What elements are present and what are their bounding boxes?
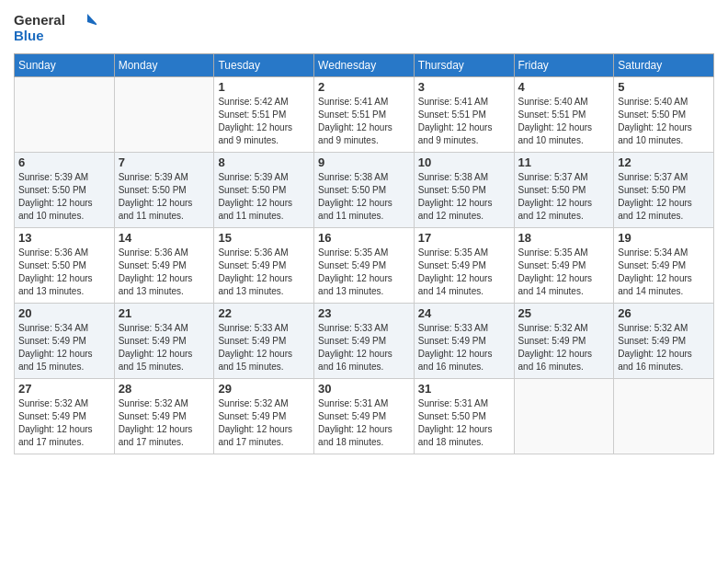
day-number: 8 xyxy=(218,155,310,169)
day-number: 18 xyxy=(518,231,610,245)
day-number: 7 xyxy=(119,155,210,169)
day-number: 6 xyxy=(18,155,110,169)
day-number: 3 xyxy=(418,80,510,94)
calendar-cell xyxy=(15,77,115,153)
calendar-cell xyxy=(114,77,214,153)
day-info: Sunrise: 5:34 AM Sunset: 5:49 PM Dayligh… xyxy=(618,247,710,298)
day-info: Sunrise: 5:33 AM Sunset: 5:49 PM Dayligh… xyxy=(218,322,310,373)
day-info: Sunrise: 5:34 AM Sunset: 5:49 PM Dayligh… xyxy=(119,322,210,373)
calendar-cell xyxy=(514,379,614,454)
svg-marker-2 xyxy=(87,14,97,26)
calendar-cell: 30Sunrise: 5:31 AM Sunset: 5:49 PM Dayli… xyxy=(314,379,415,454)
calendar-cell: 17Sunrise: 5:35 AM Sunset: 5:49 PM Dayli… xyxy=(414,228,514,304)
calendar-cell: 18Sunrise: 5:35 AM Sunset: 5:49 PM Dayli… xyxy=(514,228,614,304)
calendar-cell: 28Sunrise: 5:32 AM Sunset: 5:49 PM Dayli… xyxy=(114,379,214,454)
calendar-cell: 20Sunrise: 5:34 AM Sunset: 5:49 PM Dayli… xyxy=(15,304,115,379)
calendar-cell: 7Sunrise: 5:39 AM Sunset: 5:50 PM Daylig… xyxy=(114,153,214,228)
day-info: Sunrise: 5:40 AM Sunset: 5:51 PM Dayligh… xyxy=(518,96,610,147)
day-number: 5 xyxy=(618,80,710,94)
day-info: Sunrise: 5:32 AM Sunset: 5:49 PM Dayligh… xyxy=(618,322,710,373)
day-number: 2 xyxy=(318,80,410,94)
weekday-header: Tuesday xyxy=(214,54,314,77)
calendar-cell: 27Sunrise: 5:32 AM Sunset: 5:49 PM Dayli… xyxy=(15,379,115,454)
weekday-header: Thursday xyxy=(414,54,514,77)
day-number: 20 xyxy=(18,306,110,320)
day-number: 12 xyxy=(618,155,710,169)
day-info: Sunrise: 5:42 AM Sunset: 5:51 PM Dayligh… xyxy=(218,96,310,147)
calendar-cell: 1Sunrise: 5:42 AM Sunset: 5:51 PM Daylig… xyxy=(214,77,314,153)
day-info: Sunrise: 5:33 AM Sunset: 5:49 PM Dayligh… xyxy=(418,322,510,373)
day-info: Sunrise: 5:32 AM Sunset: 5:49 PM Dayligh… xyxy=(119,397,210,449)
calendar-cell: 21Sunrise: 5:34 AM Sunset: 5:49 PM Dayli… xyxy=(114,304,214,379)
calendar-cell: 10Sunrise: 5:38 AM Sunset: 5:50 PM Dayli… xyxy=(414,153,514,228)
day-number: 17 xyxy=(418,231,510,245)
calendar-cell: 19Sunrise: 5:34 AM Sunset: 5:49 PM Dayli… xyxy=(614,228,714,304)
day-number: 30 xyxy=(318,382,410,396)
day-number: 9 xyxy=(318,155,410,169)
calendar-week-row: 20Sunrise: 5:34 AM Sunset: 5:49 PM Dayli… xyxy=(15,304,714,379)
weekday-header: Wednesday xyxy=(314,54,415,77)
calendar-cell: 12Sunrise: 5:37 AM Sunset: 5:50 PM Dayli… xyxy=(614,153,714,228)
weekday-header: Sunday xyxy=(15,54,115,77)
svg-text:Blue: Blue xyxy=(14,28,44,43)
calendar-cell: 25Sunrise: 5:32 AM Sunset: 5:49 PM Dayli… xyxy=(514,304,614,379)
day-number: 1 xyxy=(218,80,310,94)
day-info: Sunrise: 5:38 AM Sunset: 5:50 PM Dayligh… xyxy=(318,171,410,223)
day-info: Sunrise: 5:38 AM Sunset: 5:50 PM Dayligh… xyxy=(418,171,510,223)
day-info: Sunrise: 5:39 AM Sunset: 5:50 PM Dayligh… xyxy=(18,171,110,223)
calendar-cell: 22Sunrise: 5:33 AM Sunset: 5:49 PM Dayli… xyxy=(214,304,314,379)
calendar-cell: 11Sunrise: 5:37 AM Sunset: 5:50 PM Dayli… xyxy=(514,153,614,228)
header: General Blue xyxy=(14,9,714,46)
day-info: Sunrise: 5:35 AM Sunset: 5:49 PM Dayligh… xyxy=(418,247,510,298)
calendar-cell: 8Sunrise: 5:39 AM Sunset: 5:50 PM Daylig… xyxy=(214,153,314,228)
day-info: Sunrise: 5:32 AM Sunset: 5:49 PM Dayligh… xyxy=(18,397,110,449)
day-info: Sunrise: 5:37 AM Sunset: 5:50 PM Dayligh… xyxy=(518,171,610,223)
day-info: Sunrise: 5:35 AM Sunset: 5:49 PM Dayligh… xyxy=(318,247,410,298)
day-number: 23 xyxy=(318,306,410,320)
day-number: 25 xyxy=(518,306,610,320)
calendar-week-row: 13Sunrise: 5:36 AM Sunset: 5:50 PM Dayli… xyxy=(15,228,714,304)
calendar-cell: 9Sunrise: 5:38 AM Sunset: 5:50 PM Daylig… xyxy=(314,153,415,228)
logo-svg: General Blue xyxy=(14,9,97,46)
day-number: 26 xyxy=(618,306,710,320)
day-number: 10 xyxy=(418,155,510,169)
day-info: Sunrise: 5:39 AM Sunset: 5:50 PM Dayligh… xyxy=(119,171,210,223)
calendar-cell: 16Sunrise: 5:35 AM Sunset: 5:49 PM Dayli… xyxy=(314,228,415,304)
calendar-cell: 24Sunrise: 5:33 AM Sunset: 5:49 PM Dayli… xyxy=(414,304,514,379)
calendar-cell: 23Sunrise: 5:33 AM Sunset: 5:49 PM Dayli… xyxy=(314,304,415,379)
day-info: Sunrise: 5:31 AM Sunset: 5:49 PM Dayligh… xyxy=(318,397,410,449)
day-info: Sunrise: 5:31 AM Sunset: 5:50 PM Dayligh… xyxy=(418,397,510,449)
weekday-header: Monday xyxy=(114,54,214,77)
page: General Blue SundayMondayTuesdayWednesda… xyxy=(0,0,728,563)
day-info: Sunrise: 5:33 AM Sunset: 5:49 PM Dayligh… xyxy=(318,322,410,373)
day-number: 13 xyxy=(18,231,110,245)
svg-text:General: General xyxy=(14,12,65,28)
day-number: 16 xyxy=(318,231,410,245)
calendar-cell: 4Sunrise: 5:40 AM Sunset: 5:51 PM Daylig… xyxy=(514,77,614,153)
calendar-cell: 2Sunrise: 5:41 AM Sunset: 5:51 PM Daylig… xyxy=(314,77,415,153)
logo: General Blue xyxy=(14,9,97,46)
day-info: Sunrise: 5:34 AM Sunset: 5:49 PM Dayligh… xyxy=(18,322,110,373)
day-number: 27 xyxy=(18,382,110,396)
weekday-header: Friday xyxy=(514,54,614,77)
weekday-header-row: SundayMondayTuesdayWednesdayThursdayFrid… xyxy=(15,54,714,77)
calendar-cell xyxy=(614,379,714,454)
calendar-week-row: 27Sunrise: 5:32 AM Sunset: 5:49 PM Dayli… xyxy=(15,379,714,454)
day-info: Sunrise: 5:32 AM Sunset: 5:49 PM Dayligh… xyxy=(218,397,310,449)
day-info: Sunrise: 5:35 AM Sunset: 5:49 PM Dayligh… xyxy=(518,247,610,298)
day-number: 21 xyxy=(119,306,210,320)
calendar-cell: 13Sunrise: 5:36 AM Sunset: 5:50 PM Dayli… xyxy=(15,228,115,304)
calendar-table: SundayMondayTuesdayWednesdayThursdayFrid… xyxy=(14,53,714,454)
day-number: 14 xyxy=(119,231,210,245)
day-number: 22 xyxy=(218,306,310,320)
calendar-cell: 14Sunrise: 5:36 AM Sunset: 5:49 PM Dayli… xyxy=(114,228,214,304)
calendar-cell: 15Sunrise: 5:36 AM Sunset: 5:49 PM Dayli… xyxy=(214,228,314,304)
calendar-cell: 3Sunrise: 5:41 AM Sunset: 5:51 PM Daylig… xyxy=(414,77,514,153)
day-number: 24 xyxy=(418,306,510,320)
day-number: 15 xyxy=(218,231,310,245)
day-info: Sunrise: 5:37 AM Sunset: 5:50 PM Dayligh… xyxy=(618,171,710,223)
calendar-cell: 5Sunrise: 5:40 AM Sunset: 5:50 PM Daylig… xyxy=(614,77,714,153)
day-number: 29 xyxy=(218,382,310,396)
calendar-week-row: 1Sunrise: 5:42 AM Sunset: 5:51 PM Daylig… xyxy=(15,77,714,153)
calendar-cell: 6Sunrise: 5:39 AM Sunset: 5:50 PM Daylig… xyxy=(15,153,115,228)
